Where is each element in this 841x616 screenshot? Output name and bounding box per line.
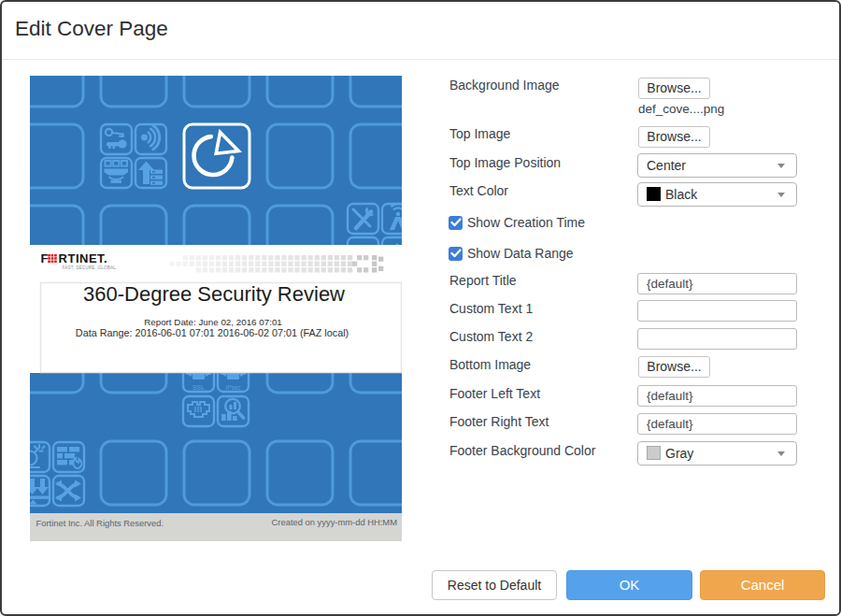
svg-text:Report Date: June 02, 2016 07:: Report Date: June 02, 2016 07:01 [144,317,282,327]
svg-text:FAST. SECURE. GLOBAL.: FAST. SECURE. GLOBAL. [63,265,118,270]
svg-text:RTINET.: RTINET. [59,251,108,265]
svg-text:Fortinet Inc. All Rights Reser: Fortinet Inc. All Rights Reserved. [36,518,164,528]
svg-text:360-Degree Security Review: 360-Degree Security Review [83,282,345,306]
svg-text:Data Range: 2016-06-01 07:01 2: Data Range: 2016-06-01 07:01 2016-06-02 … [76,327,349,338]
svg-text:SSL: SSL [192,384,205,391]
svg-text:IPsec: IPsec [225,384,241,391]
svg-text:F: F [41,251,49,265]
svg-text:Created on yyyy-mm-dd HH:MM: Created on yyyy-mm-dd HH:MM [272,517,398,527]
